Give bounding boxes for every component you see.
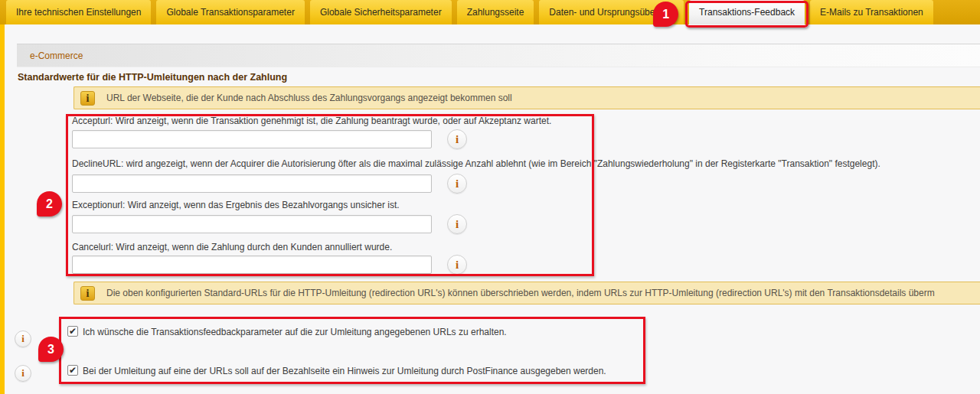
tab-emails-zu-transaktionen[interactable]: E-Mails zu Transaktionen [810, 0, 933, 24]
checkbox-feedback-params-label: Ich wünsche die Transaktionsfeedbackpara… [83, 327, 507, 337]
declineurl-label: DeclineURL: wird angezeigt, wenn der Acq… [72, 158, 880, 169]
transaction-feedback-settings-page: Ihre technischen Einstellungen Globale T… [0, 0, 980, 394]
info-banner-redirect-urls: i URL der Webseite, die der Kunde nach A… [74, 86, 980, 109]
info-icon[interactable]: i [80, 286, 95, 301]
annotation-step-2-badge: 2 [37, 191, 62, 217]
exceptionurl-label: Exceptionurl: Wird anzeigt, wenn das Erg… [72, 200, 400, 210]
accepturl-label: Accepturl: Wird anzeigt, wenn die Transa… [72, 116, 551, 126]
tab-ihre-technischen-einstellungen[interactable]: Ihre technischen Einstellungen [6, 0, 151, 24]
checkbox-redirect-notice[interactable]: ✔ [67, 365, 78, 376]
page-title: Standardwerte für die HTTP-Umleitungen n… [18, 72, 287, 83]
info-banner-override-urls: i Die oben konfigurierten Standard-URLs … [74, 282, 980, 304]
redirect-notice-info-icon[interactable]: i [15, 365, 31, 382]
feedback-params-info-icon[interactable]: i [15, 331, 31, 347]
tab-globale-sicherheitsparameter[interactable]: Globale Sicherheitsparameter [310, 0, 452, 24]
accepturl-input[interactable] [72, 130, 432, 148]
exceptionurl-input[interactable] [72, 215, 432, 233]
checkbox-feedback-params[interactable]: ✔ [67, 326, 78, 337]
cancelurl-info-icon[interactable]: i [447, 255, 467, 275]
declineurl-input[interactable] [72, 174, 432, 193]
tab-daten-und-ursprungsueberpruefung[interactable]: Daten- und Ursprungsüberprüf [539, 0, 684, 24]
page-left-accent-strip [0, 24, 5, 394]
tab-globale-transaktionsparameter[interactable]: Globale Transaktionsparameter [156, 0, 304, 24]
info-banner-redirect-urls-text: URL der Webseite, die der Kunde nach Abs… [106, 93, 512, 103]
info-banner-override-urls-text: Die oben konfigurierten Standard-URLs fü… [106, 288, 935, 298]
cancelurl-label: Cancelurl: Wird anzeigt, wenn die Zahlun… [72, 242, 392, 252]
info-icon[interactable]: i [80, 91, 95, 106]
exceptionurl-info-icon[interactable]: i [447, 214, 467, 234]
checkbox-redirect-notice-label: Bei der Umleitung auf eine der URLs soll… [83, 366, 606, 376]
section-header-ecommerce: e-Commerce [17, 44, 980, 67]
tab-transaktions-feedback[interactable]: Transaktions-Feedback 1 [689, 0, 805, 24]
declineurl-info-icon[interactable]: i [447, 174, 467, 194]
annotation-step-3-badge: 3 [38, 337, 64, 362]
settings-tabbar: Ihre technischen Einstellungen Globale T… [0, 0, 980, 24]
tab-transaktions-feedback-label: Transaktions-Feedback [699, 7, 795, 18]
cancelurl-input[interactable] [72, 256, 432, 274]
accepturl-info-icon[interactable]: i [447, 129, 467, 149]
tab-zahlungsseite[interactable]: Zahlungsseite [457, 0, 534, 24]
